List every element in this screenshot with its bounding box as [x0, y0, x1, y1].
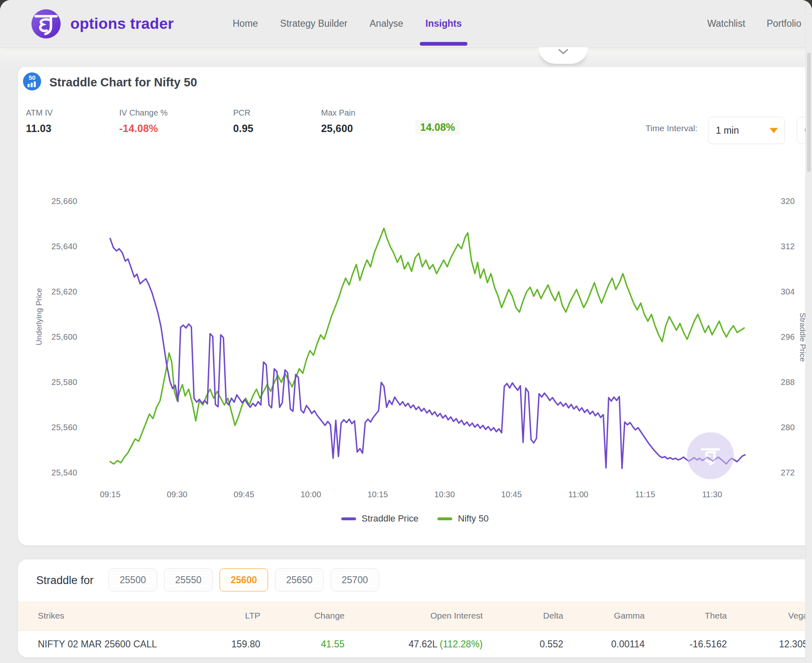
strike-button-25700[interactable]: 25700: [331, 568, 379, 591]
legend-swatch: [341, 517, 356, 520]
x-tick: 11:00: [560, 490, 597, 499]
x-tick: 09:15: [92, 490, 129, 499]
col-header-delta: Delta: [483, 611, 564, 621]
cell-change: 41.55: [261, 639, 345, 650]
cell-open_interest: 47.62L (112.28%): [345, 639, 483, 650]
left-tick: 25,580: [18, 377, 77, 387]
x-tick: 10:00: [292, 490, 329, 499]
straddle-table-card: Straddle for 2550025550256002565025700 S…: [18, 559, 812, 657]
strike-button-25650[interactable]: 25650: [275, 568, 324, 591]
strike-button-25600[interactable]: 25600: [220, 568, 268, 591]
series-line-nifty-50: [110, 228, 744, 464]
table-row[interactable]: NIFTY 02 MAR 25600 CALL159.8041.5547.62L…: [18, 631, 812, 657]
stat-max-pain: Max Pain25,600: [321, 108, 355, 134]
strike-button-25550[interactable]: 25550: [164, 568, 213, 591]
cell-delta: 0.552: [483, 639, 564, 650]
header-gradient: [0, 47, 812, 67]
straddle-change-badge: 14.08%: [415, 120, 460, 135]
nav-item-portfolio[interactable]: Portfolio: [767, 0, 801, 47]
chart-legend: Straddle PriceNifty 50: [18, 513, 812, 524]
vertical-scrollbar[interactable]: [805, 0, 812, 663]
left-tick: 25,660: [18, 196, 77, 206]
straddle-chart-card: 50 Straddle Chart for Nifty 50 ATM IV11.…: [18, 66, 812, 545]
strike-button-25500[interactable]: 25500: [109, 568, 157, 591]
left-tick: 25,540: [18, 468, 77, 478]
top-nav-bar: options trader HomeStrategy BuilderAnaly…: [0, 0, 812, 47]
left-tick: 25,560: [18, 422, 77, 432]
cell-ltp: 159.80: [195, 639, 261, 650]
cell-strikes: NIFTY 02 MAR 25600 CALL: [18, 639, 195, 650]
x-tick: 09:30: [159, 490, 196, 499]
nav-item-home[interactable]: Home: [233, 0, 258, 47]
series-line-straddle-price: [110, 239, 745, 468]
chevron-down-icon: [557, 47, 570, 58]
legend-swatch: [437, 517, 452, 520]
x-tick: 10:45: [493, 490, 530, 499]
stat-iv-change-: IV Change %-14.08%: [119, 108, 168, 134]
table-header: StrikesLTPChangeOpen InterestDeltaGammaT…: [18, 601, 812, 631]
legend-item-straddle-price[interactable]: Straddle Price: [341, 513, 419, 524]
strike-buttons: 2550025550256002565025700: [109, 568, 379, 591]
straddle-for-label: Straddle for: [36, 574, 94, 587]
x-tick: 11:15: [627, 490, 664, 499]
caret-down-icon: [770, 128, 778, 133]
cell-theta: -16.5162: [645, 639, 728, 650]
logo-wordmark: options trader: [70, 15, 174, 32]
app-logo[interactable]: options trader: [31, 9, 174, 39]
col-header-ltp: LTP: [195, 611, 261, 621]
col-header-gamma: Gamma: [564, 611, 645, 621]
app-window: options trader HomeStrategy BuilderAnaly…: [0, 0, 812, 663]
nav-item-insights[interactable]: Insights: [426, 0, 462, 47]
col-header-open-interest: Open Interest: [345, 611, 483, 621]
time-interval-label: Time Interval:: [645, 123, 697, 133]
nav-item-strategy-builder[interactable]: Strategy Builder: [280, 0, 347, 47]
x-tick: 10:30: [426, 490, 463, 499]
nav-item-watchlist[interactable]: Watchlist: [707, 0, 745, 47]
secondary-nav: WatchlistPortfolio: [707, 0, 801, 47]
nav-item-analyse[interactable]: Analyse: [370, 0, 403, 47]
stat-pcr: PCR0.95: [233, 108, 253, 134]
watermark: [687, 432, 734, 479]
col-header-theta: Theta: [645, 611, 728, 621]
left-tick: 25,600: [18, 332, 77, 342]
legend-item-nifty-50[interactable]: Nifty 50: [437, 513, 489, 524]
scrollbar-thumb[interactable]: [807, 53, 811, 172]
cell-gamma: 0.00114: [564, 639, 645, 650]
stats-row: ATM IV11.03IV Change %-14.08%PCR0.95Max …: [18, 66, 812, 148]
x-tick: 10:15: [359, 490, 396, 499]
straddle-chart-plot: [95, 152, 777, 494]
x-tick: 09:45: [225, 490, 262, 499]
col-header-change: Change: [261, 611, 345, 621]
left-axis-title: Underlying Price: [35, 255, 44, 378]
left-tick: 25,620: [18, 287, 77, 297]
time-interval-dropdown[interactable]: 1 min: [708, 117, 785, 144]
col-header-vega: Vega: [728, 611, 809, 621]
left-tick: 25,640: [18, 241, 77, 251]
dhan-logo-icon: [31, 9, 61, 39]
x-tick: 11:30: [694, 490, 731, 499]
time-interval-value: 1 min: [708, 125, 739, 136]
main-nav: HomeStrategy BuilderAnalyseInsights: [233, 0, 462, 47]
cell-vega: 12.305: [728, 639, 809, 650]
col-header-strikes: Strikes: [18, 611, 195, 621]
stat-atm-iv: ATM IV11.03: [26, 108, 53, 134]
